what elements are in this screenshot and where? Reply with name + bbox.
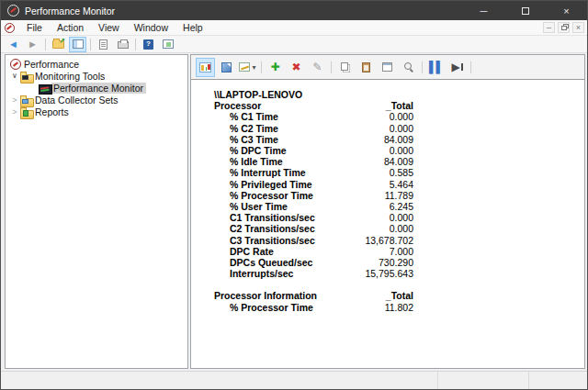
close-button[interactable]: × xyxy=(546,1,587,20)
chevron-right-icon[interactable]: > xyxy=(9,107,20,117)
counter-value: 0.000 xyxy=(390,123,413,134)
counter-name: C1 Transitions/sec xyxy=(214,212,315,223)
tree-item-monitoring-tools[interactable]: ∨Monitoring Tools xyxy=(6,70,187,82)
statusbar-pane-1 xyxy=(1,372,437,389)
counter-row[interactable]: Interrupts/sec15,795.643 xyxy=(214,268,413,279)
chevron-right-icon[interactable]: > xyxy=(9,95,20,105)
tree-item-label: Performance xyxy=(22,59,82,70)
paste-counter-list-button[interactable] xyxy=(356,58,376,77)
view-log-data-button[interactable] xyxy=(217,58,236,77)
log-data-icon xyxy=(221,62,232,72)
tree-item-performance-monitor[interactable]: Performance Monitor xyxy=(6,82,187,94)
properties-icon xyxy=(382,62,392,72)
delete-button[interactable]: ✖ xyxy=(287,58,306,77)
view-current-activity-button[interactable] xyxy=(196,58,215,77)
add-plus-icon: ✚ xyxy=(270,61,279,72)
counter-row[interactable]: % Processor Time11.802 xyxy=(214,302,413,313)
counter-row[interactable]: DPC Rate7.000 xyxy=(214,246,413,257)
counter-value: 5.464 xyxy=(390,179,413,190)
forward-button[interactable]: ► xyxy=(24,37,41,52)
update-data-button[interactable]: ▶ xyxy=(447,58,467,77)
counter-name: Interrupts/sec xyxy=(214,268,293,279)
counter-object-row[interactable]: Processor Information_Total xyxy=(214,290,413,301)
menu-view[interactable]: View xyxy=(91,21,127,34)
help-button[interactable]: ? xyxy=(140,37,157,52)
freeze-display-button[interactable]: ▌▌ xyxy=(426,58,446,77)
counter-row[interactable]: % C3 Time84.009 xyxy=(214,134,413,145)
menu-window[interactable]: Window xyxy=(127,21,175,34)
change-graph-type-button[interactable]: ▾ xyxy=(238,58,257,77)
tree-item-performance[interactable]: Performance xyxy=(6,58,187,70)
mdi-controls: –× xyxy=(543,22,587,33)
action-pane-toggle-button[interactable] xyxy=(159,37,176,52)
folder-report-icon xyxy=(20,106,33,117)
tree-item-data-collector-sets[interactable]: >Data Collector Sets xyxy=(6,94,187,106)
back-button[interactable]: ◄ xyxy=(5,37,22,52)
highlight-button[interactable]: ✎ xyxy=(308,58,327,77)
counter-value: 6.245 xyxy=(390,201,413,212)
printer-icon xyxy=(118,41,129,49)
copy-properties-button[interactable] xyxy=(335,58,355,77)
counter-row[interactable]: DPCs Queued/sec730.290 xyxy=(214,257,413,268)
counter-row[interactable]: % Processor Time11.789 xyxy=(214,190,413,201)
counter-row[interactable]: % Privileged Time5.464 xyxy=(214,179,413,190)
counter-row[interactable]: C3 Transitions/sec13,678.702 xyxy=(214,234,413,245)
toolbar-separator xyxy=(422,61,423,73)
graph-type-icon xyxy=(239,62,250,72)
counter-object-row[interactable]: Processor_Total xyxy=(214,100,413,111)
console-tree-icon xyxy=(73,39,84,49)
child-restore-button[interactable] xyxy=(558,22,570,33)
add-counter-button[interactable]: ✚ xyxy=(266,58,285,77)
counter-name: % C2 Time xyxy=(214,123,278,134)
counter-name: % User Time xyxy=(214,201,288,212)
child-close-button[interactable]: × xyxy=(572,22,584,33)
menu-action[interactable]: Action xyxy=(50,21,91,34)
export-list-button[interactable] xyxy=(114,37,131,52)
counter-row[interactable]: C1 Transitions/sec0.000 xyxy=(214,212,413,223)
counter-value: 0.585 xyxy=(390,167,413,178)
export-custom-view-button[interactable] xyxy=(50,37,67,52)
menu-help[interactable]: Help xyxy=(175,21,210,34)
counter-value: 84.009 xyxy=(384,156,413,167)
child-minimize-button[interactable]: – xyxy=(543,22,555,33)
counter-row[interactable]: C2 Transitions/sec0.000 xyxy=(214,223,413,234)
counter-object-name: Processor Information xyxy=(214,290,317,301)
counter-row[interactable]: % DPC Time0.000 xyxy=(214,145,413,156)
counter-row[interactable]: % Interrupt Time0.585 xyxy=(214,167,413,178)
toolbar-separator xyxy=(261,61,262,73)
tree-item-reports[interactable]: >Reports xyxy=(6,106,187,117)
counter-name: % C1 Time xyxy=(214,111,278,122)
properties-button[interactable] xyxy=(378,58,397,77)
counter-row[interactable]: % Idle Time84.009 xyxy=(214,156,413,167)
counter-value: 0.000 xyxy=(390,223,413,234)
child-minimize-icon: – xyxy=(547,23,551,32)
instance-name: _Total xyxy=(386,290,413,301)
counter-value: 13,678.702 xyxy=(365,235,413,246)
delete-x-icon: ✖ xyxy=(291,61,300,72)
performance-monitor-window: Performance Monitor ─× FileActionViewWin… xyxy=(0,0,588,390)
counter-value: 0.000 xyxy=(390,145,413,156)
machine-name-row[interactable]: \\LAPTOP-LENOVO xyxy=(214,89,413,100)
report-group-gap xyxy=(214,279,584,290)
dropdown-arrow-icon[interactable]: ▾ xyxy=(252,63,255,72)
counter-name: DPCs Queued/sec xyxy=(214,257,312,268)
step-forward-icon: ▶ xyxy=(451,61,462,72)
chevron-down-icon[interactable]: ∨ xyxy=(9,72,20,80)
properties-button[interactable] xyxy=(95,37,112,52)
window-title: Performance Monitor xyxy=(25,6,463,17)
console-tree-panel: Performance∨Monitoring ToolsPerformance … xyxy=(5,54,188,369)
minimize-button[interactable]: ─ xyxy=(463,1,504,20)
counter-row[interactable]: % C2 Time0.000 xyxy=(214,123,413,134)
maximize-button[interactable] xyxy=(504,1,546,20)
copy-icon xyxy=(341,62,348,71)
perfmon-app-icon xyxy=(7,5,19,17)
counter-name: C2 Transitions/sec xyxy=(214,223,315,234)
console-tree-toggle-button[interactable] xyxy=(69,37,86,52)
menu-file[interactable]: File xyxy=(19,21,50,34)
counter-row[interactable]: % C1 Time0.000 xyxy=(214,111,413,122)
folder-monitor-overlay xyxy=(22,75,28,80)
counter-row[interactable]: % User Time6.245 xyxy=(214,201,413,212)
main-toolbar: ◄►? xyxy=(1,36,587,53)
zoom-button[interactable] xyxy=(399,58,418,77)
counter-value: 0.000 xyxy=(390,111,413,122)
